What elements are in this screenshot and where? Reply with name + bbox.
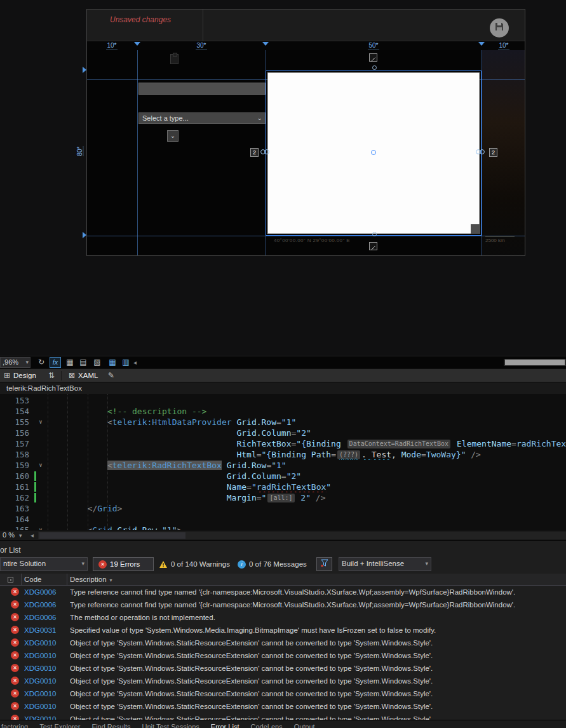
grid-column-size-label[interactable]: 30* — [196, 42, 206, 50]
grid-details-icon[interactable]: ▤ — [77, 357, 89, 368]
editor-zoom-combo[interactable]: 0 % ▾ — [3, 531, 22, 539]
error-list-toolbar: ntire Solution ▾ ✕ 19 Errors 0 of 140 Wa… — [0, 556, 566, 572]
image-icon[interactable]: ▧ — [91, 357, 103, 368]
scrollbar-thumb[interactable] — [505, 360, 565, 365]
code-line[interactable]: 156Grid.Column="2" — [0, 428, 566, 438]
editor-horizontal-scrollbar[interactable] — [38, 532, 566, 539]
margin-right-badge[interactable]: 2 — [489, 148, 497, 157]
effects-button[interactable]: fx — [50, 357, 61, 368]
code-line[interactable]: 161Name="radRichTextBox" — [0, 482, 566, 492]
source-filter-dropdown[interactable]: Build + IntelliSense ▾ — [339, 557, 431, 571]
grid-thumbnails-icon[interactable]: ▦ — [64, 357, 76, 368]
designer-combobox[interactable]: Select a type... ⌄ — [138, 112, 266, 124]
code-line[interactable]: 165∨<Grid Grid.Row="1"> — [0, 525, 566, 530]
scope-filter-dropdown[interactable]: ntire Solution ▾ — [0, 557, 88, 571]
top-anchor-point-icon[interactable] — [372, 65, 377, 70]
error-row[interactable]: ✕XDG0010Object of type 'System.Windows.S… — [0, 687, 566, 700]
bottom-tab-find-results[interactable]: Find Results — [91, 722, 130, 728]
breadcrumb-element[interactable]: telerik:RadRichTextBox — [6, 384, 82, 392]
tab-design[interactable]: ⊞ Design — [4, 371, 36, 380]
bottom-tab-test-explorer[interactable]: Test Explorer — [39, 722, 80, 728]
code-line[interactable]: 157RichTextBox="{Binding DataContext=Rad… — [0, 438, 566, 449]
xaml-editor[interactable]: 153154<!-- description -->155∨<telerik:H… — [0, 394, 566, 530]
code-line[interactable]: 160Grid.Column="2" — [0, 471, 566, 482]
filter-arrow-icon[interactable]: ▾ — [110, 577, 112, 583]
errors-filter-button[interactable]: ✕ 19 Errors — [93, 557, 154, 571]
code-line[interactable]: 158Html="{Binding Path=(???). Test, Mode… — [0, 449, 566, 460]
code-line[interactable]: 153 — [0, 395, 566, 406]
anchor-chain-right-icon[interactable] — [475, 147, 485, 154]
pane-divider[interactable] — [61, 371, 62, 381]
grid-column-size-label[interactable]: 10* — [106, 42, 117, 50]
snap-gridlines-icon[interactable]: ▥ — [120, 357, 131, 368]
code-line[interactable]: 154<!-- description --> — [0, 406, 566, 417]
messages-count-label: 0 of 76 Messages — [249, 560, 307, 568]
line-number: 155 — [0, 417, 29, 428]
error-row[interactable]: ✕XDG0010Object of type 'System.Windows.S… — [0, 675, 566, 687]
center-anchor-icon[interactable] — [371, 150, 376, 155]
designer-textbox[interactable] — [138, 83, 266, 95]
bottom-tab-error-list[interactable]: Error List — [211, 722, 239, 728]
chevron-down-icon: ▾ — [19, 532, 22, 539]
snap-grid-icon[interactable]: ▦ — [107, 357, 118, 368]
grid-column-size-label[interactable]: 50* — [368, 42, 379, 50]
bottom-anchor-point-icon[interactable] — [372, 232, 377, 236]
collapse-left-icon[interactable]: ◂ — [133, 359, 137, 366]
column-splitter-marker[interactable] — [478, 42, 485, 46]
error-row[interactable]: ✕XDG0010Object of type 'System.Windows.S… — [0, 662, 566, 675]
error-row[interactable]: ✕XDG0031Specified value of type 'System.… — [0, 624, 566, 637]
error-row[interactable]: ✕XDG0010Object of type 'System.Windows.S… — [0, 700, 566, 713]
combobox-placeholder: Select a type... — [142, 114, 189, 122]
clipboard-icon — [170, 54, 179, 64]
design-surface[interactable]: Select a type... ⌄ ⌄ 2 2 — [87, 50, 525, 255]
messages-filter-button[interactable]: i 0 of 76 Messages — [238, 557, 307, 571]
top-anchor-mode-icon[interactable] — [369, 53, 377, 62]
bottom-tab-factoring[interactable]: factoring — [1, 722, 28, 728]
code-line[interactable]: 159∨<telerik:RadRichTextBox Grid.Row="1" — [0, 460, 566, 471]
code-text: <Grid Grid.Row="1"> — [48, 525, 566, 530]
code-line[interactable]: 164 — [0, 514, 566, 525]
error-row[interactable]: ✕XDG0006Type reference cannot find type … — [0, 598, 566, 611]
error-row[interactable]: ✕XDG0006The method or operation is not i… — [0, 611, 566, 624]
code-line[interactable]: 162Margin="[all:] 2" /> — [0, 492, 566, 503]
grid-row-size-label[interactable]: 80* — [76, 146, 84, 156]
error-row[interactable]: ✕XDG0006Type reference cannot find type … — [0, 586, 566, 598]
resize-grip[interactable] — [471, 224, 480, 234]
fold-chevron-icon[interactable]: ∨ — [37, 525, 44, 530]
designer-dropdown-button[interactable]: ⌄ — [167, 130, 179, 142]
save-button[interactable] — [490, 18, 509, 37]
swap-panes-button[interactable]: ⇅ — [48, 371, 58, 380]
bottom-tab-unit-test-sessions[interactable]: Unit Test Sessions — [142, 722, 199, 728]
zoom-combo[interactable]: ,96% ▾ — [0, 357, 30, 368]
code-column-header[interactable]: Code — [22, 574, 67, 586]
severity-column-header[interactable] — [0, 574, 22, 586]
grid-column-size-label[interactable]: 10* — [498, 42, 509, 50]
fold-chevron-icon[interactable]: ∨ — [37, 460, 44, 471]
refresh-icon[interactable]: ↻ — [36, 357, 47, 368]
column-splitter-marker[interactable] — [134, 42, 140, 46]
error-description: Object of type 'System.Windows.StaticRes… — [70, 713, 563, 720]
error-description: Object of type 'System.Windows.StaticRes… — [70, 637, 563, 649]
design-artboard[interactable]: Unsaved changes 10* 30* 50* 10* — [86, 9, 525, 256]
bottom-tab-codelens[interactable]: CodeLens — [250, 722, 282, 728]
filter-button[interactable] — [316, 557, 332, 571]
edit-button[interactable]: ✎ — [108, 371, 118, 380]
scroll-left-icon[interactable]: ◂ — [30, 532, 34, 539]
scrollbar-thumb[interactable] — [39, 532, 185, 539]
column-splitter-marker[interactable] — [262, 42, 269, 46]
code-line[interactable]: 163</Grid> — [0, 503, 566, 514]
code-line[interactable]: 155∨<telerik:HtmlDataProvider Grid.Row="… — [0, 417, 566, 428]
error-row[interactable]: ✕XDG0010Object of type 'System.Windows.S… — [0, 713, 566, 720]
bottom-tab-output[interactable]: Output — [294, 722, 315, 728]
line-number: 153 — [0, 395, 29, 406]
margin-left-badge[interactable]: 2 — [250, 148, 259, 157]
fold-chevron-icon[interactable]: ∨ — [37, 417, 44, 428]
designer-horizontal-scrollbar[interactable] — [504, 359, 566, 366]
anchor-chain-left-icon[interactable] — [260, 147, 270, 154]
description-column-header[interactable]: Description▾ — [67, 574, 566, 586]
visual-studio-window: 80* Unsaved changes 10* 30* 50* 10* — [0, 0, 566, 728]
tab-xaml[interactable]: ⊠ XAML — [69, 371, 98, 380]
error-row[interactable]: ✕XDG0010Object of type 'System.Windows.S… — [0, 637, 566, 649]
error-row[interactable]: ✕XDG0010Object of type 'System.Windows.S… — [0, 649, 566, 662]
warnings-filter-button[interactable]: 0 of 140 Warnings — [159, 557, 230, 571]
